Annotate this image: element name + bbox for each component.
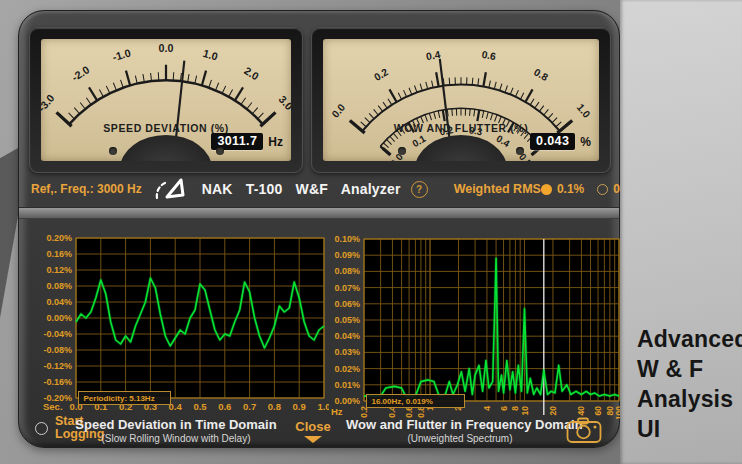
svg-text:16.00Hz, 0.019%: 16.00Hz, 0.019% bbox=[372, 397, 433, 406]
svg-text:0.04%: 0.04% bbox=[334, 331, 360, 341]
svg-text:0.00%: 0.00% bbox=[334, 396, 360, 406]
svg-text:-2.0: -2.0 bbox=[69, 63, 91, 83]
chevron-down-icon bbox=[304, 436, 322, 443]
svg-text:2.0: 2.0 bbox=[242, 64, 261, 82]
svg-text:-0.16%: -0.16% bbox=[43, 377, 72, 387]
svg-text:-1.0: -1.0 bbox=[111, 46, 132, 63]
side-panel-title-line: UI bbox=[637, 414, 742, 444]
radio-unselected-icon[interactable] bbox=[597, 184, 608, 195]
close-button[interactable]: Close bbox=[291, 419, 335, 443]
radio-label: 0.1% bbox=[557, 182, 584, 196]
svg-text:-0.08%: -0.08% bbox=[43, 345, 72, 355]
svg-text:Sec.: Sec. bbox=[43, 401, 63, 412]
svg-text:0.6: 0.6 bbox=[481, 49, 497, 62]
meter-face: -3.0-2.0-1.00.01.02.03.0 SPEED DEVIATION… bbox=[41, 39, 291, 161]
svg-text:-0.04%: -0.04% bbox=[43, 329, 72, 339]
svg-text:0.8: 0.8 bbox=[268, 401, 281, 412]
side-panel-title-line: Analysis bbox=[637, 384, 742, 414]
left-chart-subtitle: (Slow Rolling Window with Delay) bbox=[71, 433, 281, 444]
info-bar: Ref,. Freq.: 3000 Hz NAK T-100 W&F Analy… bbox=[19, 171, 619, 207]
speed-deviation-meter: -3.0-2.0-1.00.01.02.03.0 SPEED DEVIATION… bbox=[29, 27, 303, 173]
svg-text:1.0: 1.0 bbox=[575, 102, 593, 120]
svg-text:0.5: 0.5 bbox=[193, 401, 207, 412]
svg-text:0.16%: 0.16% bbox=[46, 249, 72, 259]
wow-flutter-readout: 0.043 % bbox=[530, 133, 591, 150]
time-domain-chart: 0.20%0.16%0.12%0.08%0.04%0.00%-0.04%-0.0… bbox=[29, 221, 329, 421]
wow-flutter-meter: 0.00.20.40.60.81.00.00.10.20.30.40.5 WOW… bbox=[311, 27, 611, 173]
meter-face: 0.00.20.40.60.81.00.00.10.20.30.40.5 WOW… bbox=[323, 39, 599, 161]
close-label: Close bbox=[291, 419, 335, 434]
svg-text:0.04%: 0.04% bbox=[46, 297, 72, 307]
svg-text:0.12%: 0.12% bbox=[46, 265, 72, 275]
svg-text:6: 6 bbox=[499, 406, 509, 411]
svg-text:20: 20 bbox=[548, 406, 558, 416]
svg-text:0.0: 0.0 bbox=[330, 102, 348, 120]
svg-text:0.8: 0.8 bbox=[532, 66, 550, 83]
weighting-option-0.1[interactable]: 0.1% bbox=[541, 182, 584, 196]
right-chart-caption: Wow and Flutter in Frequency Domain (Unw… bbox=[346, 417, 574, 444]
camera-icon bbox=[565, 415, 603, 445]
svg-text:0.08%: 0.08% bbox=[46, 281, 72, 291]
radio-selected-icon[interactable] bbox=[541, 184, 552, 195]
svg-text:0.6: 0.6 bbox=[218, 401, 231, 412]
gauge-logo-icon bbox=[152, 176, 190, 202]
svg-text:0.06%: 0.06% bbox=[334, 299, 360, 309]
svg-text:0.08%: 0.08% bbox=[334, 266, 360, 276]
weighted-rms-label: Weighted RMS bbox=[454, 182, 541, 196]
screw-icon bbox=[109, 147, 117, 155]
svg-text:4: 4 bbox=[482, 406, 492, 411]
side-panel-title-line: W & F bbox=[637, 354, 742, 384]
svg-text:0.0: 0.0 bbox=[159, 42, 174, 54]
svg-text:0.05%: 0.05% bbox=[334, 315, 360, 325]
svg-text:3.0: 3.0 bbox=[277, 93, 291, 112]
readout-value: 0.043 bbox=[530, 133, 575, 150]
svg-text:1.0: 1.0 bbox=[202, 47, 220, 63]
right-chart-title: Wow and Flutter in Frequency Domain bbox=[346, 417, 574, 432]
left-chart-caption: Speed Deviation in Time Domain (Slow Rol… bbox=[71, 417, 281, 444]
svg-text:-3.0: -3.0 bbox=[41, 92, 57, 114]
svg-text:0.9: 0.9 bbox=[293, 401, 306, 412]
app-background: -3.0-2.0-1.00.01.02.03.0 SPEED DEVIATION… bbox=[0, 0, 742, 464]
svg-text:40: 40 bbox=[576, 406, 586, 416]
svg-text:10: 10 bbox=[520, 406, 530, 416]
svg-text:0.02%: 0.02% bbox=[334, 364, 360, 374]
svg-text:60: 60 bbox=[593, 406, 603, 416]
svg-text:Periodicity: 5.13Hz: Periodicity: 5.13Hz bbox=[84, 394, 155, 403]
ref-freq-label: Ref,. Freq.: 3000 Hz bbox=[31, 182, 142, 196]
svg-text:0.03%: 0.03% bbox=[334, 347, 360, 357]
screw-icon bbox=[216, 147, 224, 155]
brand-label: NAK T-100 W&F Analyzer bbox=[202, 181, 401, 197]
side-panel-title-line: Advanced bbox=[637, 324, 742, 354]
svg-text:0.20%: 0.20% bbox=[46, 233, 72, 243]
svg-text:0.00%: 0.00% bbox=[46, 313, 72, 323]
svg-text:0.2: 0.2 bbox=[372, 66, 390, 83]
svg-text:0.07%: 0.07% bbox=[334, 283, 360, 293]
background-fold bbox=[0, 148, 18, 318]
logging-radio-icon[interactable] bbox=[35, 422, 48, 435]
readout-unit: % bbox=[580, 135, 591, 149]
analyzer-window: -3.0-2.0-1.00.01.02.03.0 SPEED DEVIATION… bbox=[18, 10, 620, 448]
readout-unit: Hz bbox=[268, 135, 283, 149]
svg-text:0.10%: 0.10% bbox=[334, 234, 360, 244]
side-panel: Advanced W & F Analysis UI bbox=[620, 0, 742, 464]
frequency-domain-chart[interactable]: 0.10%0.09%0.08%0.07%0.06%0.05%0.04%0.03%… bbox=[315, 219, 623, 419]
svg-text:-0.12%: -0.12% bbox=[43, 361, 72, 371]
svg-text:0.4: 0.4 bbox=[495, 133, 513, 150]
svg-text:Hz: Hz bbox=[331, 406, 343, 417]
left-chart-title: Speed Deviation in Time Domain bbox=[71, 417, 281, 432]
svg-text:0.01%: 0.01% bbox=[334, 380, 360, 390]
help-icon[interactable]: ? bbox=[411, 181, 428, 198]
svg-text:0.7: 0.7 bbox=[243, 401, 256, 412]
screenshot-button[interactable] bbox=[565, 415, 603, 449]
right-chart-subtitle: (Unweighted Spectrum) bbox=[346, 433, 574, 444]
screw-icon bbox=[398, 147, 406, 155]
svg-text:0.09%: 0.09% bbox=[334, 250, 360, 260]
panel-separator bbox=[19, 207, 619, 219]
